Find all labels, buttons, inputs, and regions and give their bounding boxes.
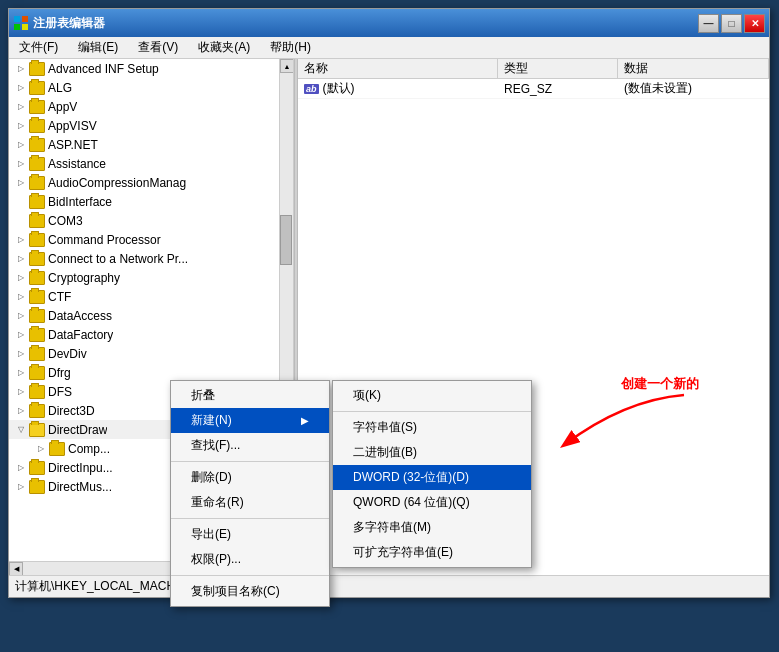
maximize-button[interactable]: □ <box>721 14 742 33</box>
scroll-up-btn[interactable]: ▲ <box>280 59 294 73</box>
table-row[interactable]: ab (默认) REG_SZ (数值未设置) <box>298 79 769 99</box>
cell-type: REG_SZ <box>498 80 618 98</box>
folder-icon <box>29 309 45 323</box>
tree-item-bidinterface[interactable]: BidInterface <box>9 192 293 211</box>
menu-help[interactable]: 帮助(H) <box>264 37 317 58</box>
expand-btn[interactable]: ▷ <box>13 384 29 400</box>
tree-item-audiocompression[interactable]: ▷ AudioCompressionManag <box>9 173 293 192</box>
expand-btn[interactable]: ▷ <box>13 479 29 495</box>
tree-item-devdiv[interactable]: ▷ DevDiv <box>9 344 293 363</box>
tree-item-ctf[interactable]: ▷ CTF <box>9 287 293 306</box>
expand-btn[interactable]: ▷ <box>13 118 29 134</box>
tree-label: Assistance <box>48 157 106 171</box>
table-header: 名称 类型 数据 <box>298 59 769 79</box>
expand-btn[interactable]: ▷ <box>13 327 29 343</box>
submenu: 项(K) 字符串值(S) 二进制值(B) DWORD (32-位值)(D) QW… <box>332 380 532 568</box>
expand-btn[interactable]: ▷ <box>33 441 49 457</box>
close-button[interactable]: ✕ <box>744 14 765 33</box>
expand-btn[interactable]: ▷ <box>13 346 29 362</box>
tree-item-advanced-inf[interactable]: ▷ Advanced INF Setup <box>9 59 293 78</box>
submenu-xiang[interactable]: 项(K) <box>333 383 531 408</box>
folder-icon <box>29 290 45 304</box>
tree-label: Connect to a Network Pr... <box>48 252 188 266</box>
submenu-string[interactable]: 字符串值(S) <box>333 415 531 440</box>
folder-icon <box>29 100 45 114</box>
expand-btn[interactable]: ▷ <box>13 365 29 381</box>
tree-label: Dfrg <box>48 366 71 380</box>
menu-view[interactable]: 查看(V) <box>132 37 184 58</box>
tree-item-alg[interactable]: ▷ ALG <box>9 78 293 97</box>
cell-data: (数值未设置) <box>618 79 769 99</box>
submenu-qword[interactable]: QWORD (64 位值)(Q) <box>333 490 531 515</box>
tree-label: Advanced INF Setup <box>48 62 159 76</box>
ctx-new[interactable]: 新建(N) ▶ <box>171 408 329 433</box>
folder-icon <box>29 138 45 152</box>
tree-item-appvisv[interactable]: ▷ AppVISV <box>9 116 293 135</box>
svg-rect-2 <box>14 24 20 30</box>
expand-btn[interactable]: ▷ <box>13 403 29 419</box>
tree-item-com3[interactable]: COM3 <box>9 211 293 230</box>
tree-label: AppV <box>48 100 77 114</box>
menu-edit[interactable]: 编辑(E) <box>72 37 124 58</box>
expand-btn[interactable]: ▷ <box>13 460 29 476</box>
expand-btn[interactable]: ▷ <box>13 61 29 77</box>
ctx-permissions[interactable]: 权限(P)... <box>171 547 329 572</box>
ctx-delete[interactable]: 删除(D) <box>171 465 329 490</box>
folder-icon <box>29 404 45 418</box>
tree-item-commandprocessor[interactable]: ▷ Command Processor <box>9 230 293 249</box>
folder-icon <box>29 271 45 285</box>
ctx-rename[interactable]: 重命名(R) <box>171 490 329 515</box>
expand-btn[interactable]: ▷ <box>13 270 29 286</box>
ctx-export-label: 导出(E) <box>191 526 231 543</box>
submenu-arrow-icon: ▶ <box>301 415 309 426</box>
ctx-fold[interactable]: 折叠 <box>171 383 329 408</box>
tree-label: DataFactory <box>48 328 113 342</box>
scroll-left-btn[interactable]: ◀ <box>9 562 23 575</box>
tree-item-assistance[interactable]: ▷ Assistance <box>9 154 293 173</box>
ctx-separator-2 <box>171 518 329 519</box>
expand-btn[interactable]: ▷ <box>13 137 29 153</box>
annotation-text: 创建一个新的 <box>621 375 699 393</box>
tree-item-datafactory[interactable]: ▷ DataFactory <box>9 325 293 344</box>
expand-btn[interactable]: ▷ <box>13 175 29 191</box>
tree-item-appv[interactable]: ▷ AppV <box>9 97 293 116</box>
expand-btn[interactable]: ▷ <box>13 80 29 96</box>
tree-label: DevDiv <box>48 347 87 361</box>
menu-favorites[interactable]: 收藏夹(A) <box>192 37 256 58</box>
titlebar-left: 注册表编辑器 <box>13 15 105 32</box>
submenu-binary[interactable]: 二进制值(B) <box>333 440 531 465</box>
expand-btn[interactable]: ▷ <box>13 232 29 248</box>
submenu-separator-1 <box>333 411 531 412</box>
ctx-copyname[interactable]: 复制项目名称(C) <box>171 579 329 604</box>
tree-item-cryptography[interactable]: ▷ Cryptography <box>9 268 293 287</box>
expand-btn[interactable] <box>13 213 29 229</box>
menubar: 文件(F) 编辑(E) 查看(V) 收藏夹(A) 帮助(H) <box>9 37 769 59</box>
folder-icon <box>29 62 45 76</box>
tree-item-connectnetwork[interactable]: ▷ Connect to a Network Pr... <box>9 249 293 268</box>
ctx-copyname-label: 复制项目名称(C) <box>191 583 280 600</box>
minimize-button[interactable]: — <box>698 14 719 33</box>
cell-name: ab (默认) <box>298 79 498 99</box>
window-title: 注册表编辑器 <box>33 15 105 32</box>
expand-btn[interactable]: ▷ <box>13 308 29 324</box>
expand-btn[interactable]: ▷ <box>13 251 29 267</box>
tree-item-aspnet[interactable]: ▷ ASP.NET <box>9 135 293 154</box>
expand-btn[interactable]: ▷ <box>13 99 29 115</box>
tree-item-dataaccess[interactable]: ▷ DataAccess <box>9 306 293 325</box>
tree-label: Direct3D <box>48 404 95 418</box>
ctx-rename-label: 重命名(R) <box>191 494 244 511</box>
expand-btn[interactable]: ▽ <box>13 422 29 438</box>
ctx-find[interactable]: 查找(F)... <box>171 433 329 458</box>
expand-btn[interactable]: ▷ <box>13 289 29 305</box>
submenu-multistring[interactable]: 多字符串值(M) <box>333 515 531 540</box>
folder-icon <box>29 195 45 209</box>
folder-icon <box>29 385 45 399</box>
ctx-export[interactable]: 导出(E) <box>171 522 329 547</box>
submenu-expandstring[interactable]: 可扩充字符串值(E) <box>333 540 531 565</box>
submenu-dword[interactable]: DWORD (32-位值)(D) <box>333 465 531 490</box>
expand-btn[interactable]: ▷ <box>13 156 29 172</box>
scroll-thumb[interactable] <box>280 215 292 265</box>
expand-btn[interactable] <box>13 194 29 210</box>
svg-rect-0 <box>14 16 20 22</box>
menu-file[interactable]: 文件(F) <box>13 37 64 58</box>
